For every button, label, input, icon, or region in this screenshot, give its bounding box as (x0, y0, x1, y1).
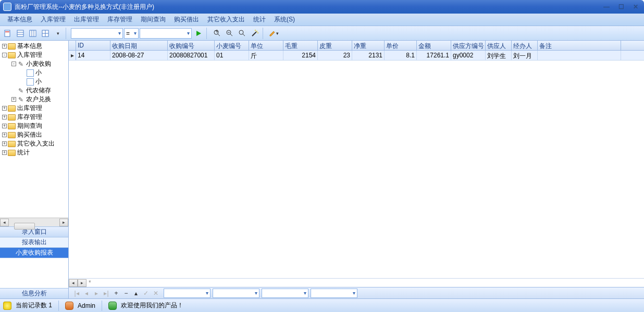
nav-commit-icon[interactable]: ✓ (141, 289, 151, 298)
maximize-button[interactable]: ☐ (616, 3, 626, 11)
col-header[interactable]: ID (76, 41, 110, 50)
col-header[interactable]: 毛重 (283, 41, 318, 50)
col-header[interactable]: 备注 (538, 41, 621, 50)
zoom-out-icon[interactable] (224, 28, 236, 39)
col-header[interactable]: 单位 (249, 41, 283, 50)
tree-node[interactable]: +基本信息 (0, 42, 68, 51)
sidetab-analysis[interactable]: 信息分析 (0, 288, 68, 298)
nav-first-icon[interactable]: |◂ (72, 289, 81, 298)
tree-node[interactable]: 小 (0, 68, 68, 77)
menu-other[interactable]: 其它收入支出 (203, 14, 249, 25)
scroll-right-icon[interactable]: ▸ (59, 219, 68, 226)
cell[interactable]: 14 (76, 51, 110, 60)
cell[interactable]: 斤 (249, 51, 283, 60)
col-header[interactable]: 收购编号 (168, 41, 215, 50)
grid-hscroll[interactable]: ◂ ▸ * (69, 278, 644, 287)
col-header[interactable]: 金额 (417, 41, 451, 50)
nav-prev-icon[interactable]: ◂ (82, 289, 91, 298)
tree-node[interactable]: +统计 (0, 148, 68, 157)
footer-select-2[interactable]: ▾ (213, 289, 259, 298)
menu-buylend[interactable]: 购买借出 (170, 14, 203, 25)
cell[interactable]: 2008-08-27 (110, 51, 168, 60)
footer-select-4[interactable]: ▾ (311, 289, 357, 298)
cell[interactable]: 01 (215, 51, 249, 60)
footer-select-1[interactable]: ▾ (164, 289, 210, 298)
tree-expand-icon[interactable]: - (2, 53, 7, 57)
tree-node[interactable]: +出库管理 (0, 104, 68, 113)
cell[interactable]: 2131 (352, 51, 385, 60)
tree-node[interactable]: +库存管理 (0, 113, 68, 122)
menu-outbound[interactable]: 出库管理 (70, 14, 103, 25)
tool-dropdown-icon[interactable]: ▾ (52, 28, 64, 39)
cell[interactable]: 17261.1 (417, 51, 451, 60)
menu-system[interactable]: 系统(S) (270, 14, 299, 25)
col-header[interactable]: 供应人 (486, 41, 512, 50)
tree-node[interactable]: 小 (0, 77, 68, 86)
nav-edit-icon[interactable]: ▴ (131, 289, 141, 298)
cell[interactable]: gy0002 (451, 51, 486, 60)
nav-add-icon[interactable]: + (112, 289, 121, 298)
data-grid[interactable]: ID收购日期收购编号小麦编号单位毛重皮重净重单价金额供应方编号供应人经办人备注 … (69, 41, 644, 278)
menu-basic[interactable]: 基本信息 (3, 14, 36, 25)
menu-stats[interactable]: 统计 (249, 14, 270, 25)
cell[interactable]: 23 (318, 51, 352, 60)
tree-expand-icon[interactable]: + (2, 141, 7, 146)
tree-expand-icon[interactable]: + (2, 133, 7, 137)
tree-node[interactable]: -✎小麦收购 (0, 59, 68, 68)
tree-expand-icon[interactable]: + (2, 115, 7, 119)
col-header[interactable]: 净重 (352, 41, 385, 50)
cell[interactable]: 刘一月 (512, 51, 538, 60)
run-button[interactable] (193, 28, 204, 39)
menu-inbound[interactable]: 入库管理 (36, 14, 70, 25)
close-button[interactable]: ✕ (630, 3, 641, 11)
nav-next-icon[interactable]: ▸ (92, 289, 101, 298)
cell[interactable]: 8.1 (385, 51, 417, 60)
footer-select-3[interactable]: ▾ (262, 289, 308, 298)
col-header[interactable]: 单价 (385, 41, 417, 50)
tool-grid2-icon[interactable] (27, 28, 39, 39)
tree-hscroll[interactable]: ◂ ▸ (0, 218, 68, 226)
tree-node[interactable]: +其它收入支出 (0, 139, 68, 148)
zoom-search-icon[interactable] (237, 28, 248, 39)
tree-expand-icon[interactable]: - (11, 62, 16, 66)
tree-expand-icon[interactable]: + (2, 150, 7, 155)
tree-node[interactable]: +期间查询 (0, 122, 68, 130)
nav-last-icon[interactable]: ▸| (102, 289, 111, 298)
col-header[interactable]: 小麦编号 (215, 41, 249, 50)
tree-node[interactable]: +✎农户兑换 (0, 95, 68, 104)
menu-stock[interactable]: 库存管理 (103, 14, 137, 25)
scroll-right-icon[interactable]: ▸ (78, 279, 86, 287)
tree-node[interactable]: +购买借出 (0, 130, 68, 139)
filter-field-select[interactable]: ▾ (71, 28, 123, 39)
scroll-left-icon[interactable]: ◂ (0, 219, 9, 226)
tree-node[interactable]: ✎代农储存 (0, 86, 68, 95)
tree-expand-icon[interactable]: + (11, 97, 16, 102)
tree-expand-icon[interactable]: + (2, 44, 7, 49)
col-header[interactable]: 供应方编号 (451, 41, 486, 50)
minimize-button[interactable]: — (601, 3, 612, 11)
col-header[interactable]: 收购日期 (110, 41, 168, 50)
filter-op-select[interactable]: =▾ (124, 28, 139, 39)
cell[interactable] (538, 51, 621, 60)
zoom-in-icon[interactable]: + (212, 28, 223, 39)
tree-expand-icon[interactable]: + (2, 124, 7, 128)
cell[interactable]: 刘学生 (486, 51, 512, 60)
scroll-thumb[interactable] (14, 223, 35, 230)
table-row[interactable]: ▸142008-08-272008082700101斤21542321318.1… (69, 51, 644, 61)
nav-del-icon[interactable]: − (121, 289, 131, 298)
tree-node[interactable]: -入库管理 (0, 51, 68, 59)
cell[interactable]: 20080827001 (168, 51, 215, 60)
nav-cancel-icon[interactable]: ✕ (151, 289, 160, 298)
edit-icon[interactable]: ▾ (268, 28, 279, 39)
nav-tree[interactable]: +基本信息-入库管理-✎小麦收购小小✎代农储存+✎农户兑换+出库管理+库存管理+… (0, 41, 68, 218)
col-header[interactable]: 皮重 (318, 41, 352, 50)
sidetab-report[interactable]: 报表输出 (0, 237, 68, 247)
cell[interactable]: 2154 (283, 51, 318, 60)
col-header[interactable]: 经办人 (512, 41, 538, 50)
tree-expand-icon[interactable]: + (2, 106, 7, 111)
scroll-left-icon[interactable]: ◂ (69, 279, 78, 287)
menu-period[interactable]: 期间查询 (137, 14, 170, 25)
tool-grid1-icon[interactable] (15, 28, 26, 39)
wand-icon[interactable] (249, 28, 261, 39)
filter-value-select[interactable]: ▾ (140, 28, 192, 39)
